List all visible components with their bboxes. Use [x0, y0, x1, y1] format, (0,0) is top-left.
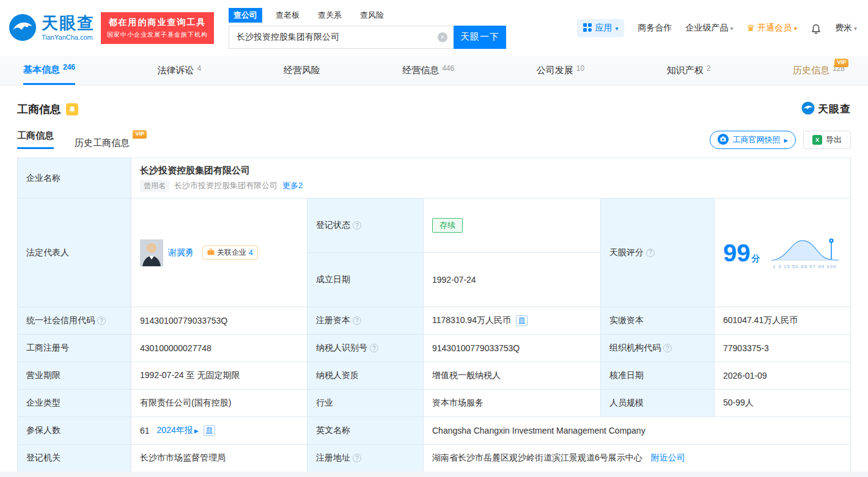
- label-text: 人员规模: [609, 398, 644, 409]
- insured-detail-icon[interactable]: 皿: [204, 425, 215, 436]
- chevron-down-icon: ▾: [854, 25, 857, 32]
- subtab-history-business-info[interactable]: 历史工商信息 VIP: [75, 137, 130, 149]
- menu-open-vip[interactable]: ♛ 开通会员 ▾: [746, 23, 796, 34]
- annual-report-link[interactable]: 2024年报 ▸: [157, 425, 199, 436]
- subtab-business-info[interactable]: 工商信息: [17, 130, 54, 149]
- export-button[interactable]: X 导出: [803, 131, 851, 149]
- search-tab-company[interactable]: 查公司: [229, 8, 262, 23]
- label-text: 营业期限: [26, 370, 61, 381]
- apps-menu[interactable]: 应用 ▾: [577, 19, 624, 37]
- value-text: 430100000027748: [140, 343, 211, 353]
- help-icon[interactable]: ?: [663, 344, 672, 352]
- label-text: 成立日期: [316, 274, 350, 285]
- field-label-score: 天眼评分 ?: [601, 198, 715, 307]
- clear-search-icon[interactable]: ✕: [438, 32, 447, 42]
- table-row: 企业类型 有限责任公司(国有控股) 行业 资本市场服务 人员规模 50-99人: [18, 390, 850, 417]
- menu-enterprise-products[interactable]: 企业级产品 ▾: [685, 23, 733, 34]
- tab-label: 历史信息: [793, 65, 829, 76]
- briefcase-icon: [207, 249, 215, 257]
- label-text: 核准日期: [609, 370, 644, 381]
- field-value-paid-capital: 601047.41万人民币: [715, 307, 850, 334]
- help-icon[interactable]: ?: [353, 221, 361, 230]
- search-tab-boss[interactable]: 查老板: [271, 8, 304, 23]
- former-name: 长沙市投资控股集团有限公司: [174, 180, 278, 191]
- camera-icon: [718, 134, 729, 147]
- table-row: 工商注册号 430100000027748 纳税人识别号 ? 914301007…: [18, 335, 850, 362]
- search-row: ✕ 天眼一下: [229, 26, 506, 49]
- user-menu[interactable]: 费米 ▾: [835, 23, 857, 34]
- promo-badge: 都在用的商业查询工具 国家中小企业发展子基金旗下机构: [101, 12, 214, 44]
- help-icon[interactable]: ?: [353, 454, 361, 462]
- tab-count: 4: [197, 64, 202, 73]
- label-text: 纳税人识别号: [316, 343, 367, 354]
- chevron-down-icon: ▾: [615, 25, 618, 32]
- tab-intellectual-property[interactable]: 知识产权 2: [667, 56, 711, 85]
- search-input[interactable]: [229, 26, 454, 49]
- arrow-right-icon: ▸: [194, 426, 199, 435]
- more-former-names-link[interactable]: 更多2: [282, 180, 303, 191]
- legal-rep-avatar[interactable]: [140, 239, 163, 266]
- help-icon[interactable]: ?: [97, 316, 106, 325]
- tab-count: 2: [707, 64, 711, 73]
- search-tab-risk[interactable]: 查风险: [355, 8, 389, 23]
- label-text: 登记状态: [316, 220, 350, 231]
- tab-count: 10: [576, 64, 584, 73]
- subtab-label: 历史工商信息: [75, 137, 130, 148]
- label-text: 纳税人资质: [316, 370, 359, 381]
- field-label-est-date: 成立日期: [307, 253, 424, 307]
- help-icon[interactable]: ?: [370, 344, 378, 352]
- tab-operation-risk[interactable]: 经营风险: [284, 56, 320, 85]
- tab-label: 知识产权: [667, 65, 704, 76]
- field-label-staff-size: 人员规模: [601, 390, 715, 417]
- tab-label: 经营风险: [284, 65, 320, 76]
- field-label-credit-code: 统一社会信用代码 ?: [18, 307, 131, 334]
- section-header: 工商信息 天眼查: [17, 101, 851, 117]
- label-text: 天眼评分: [609, 247, 644, 258]
- related-companies-tag[interactable]: 关联企业 4: [202, 246, 258, 260]
- help-icon[interactable]: ?: [646, 249, 655, 257]
- value-text: 1178310.94万人民币: [432, 315, 511, 326]
- tab-legal-litigation[interactable]: 法律诉讼 4: [158, 56, 202, 85]
- value-text: 长沙市市场监督管理局: [140, 453, 226, 464]
- field-value-authority: 长沙市市场监督管理局: [131, 445, 307, 472]
- related-count: 4: [249, 249, 253, 257]
- legal-rep-name-link[interactable]: 谢冀勇: [168, 247, 194, 258]
- table-row: 企业名称 长沙投资控股集团有限公司 曾用名 长沙市投资控股集团有限公司 更多2: [18, 158, 850, 198]
- tab-operation-info[interactable]: 经营信息 446: [402, 56, 454, 85]
- search-tab-relation[interactable]: 查关系: [313, 8, 347, 23]
- value-text: 50-99人: [723, 398, 754, 409]
- table-row: 登记机关 长沙市市场监督管理局 注册地址 ? 湖南省长沙市岳麓区观沙岭街道滨江景…: [18, 445, 850, 472]
- help-icon[interactable]: ?: [353, 316, 361, 325]
- tab-count: 246: [63, 63, 75, 71]
- menu-business-cooperation[interactable]: 商务合作: [638, 23, 672, 34]
- value-text: 2026-01-09: [723, 371, 767, 381]
- monitor-bell-icon[interactable]: [66, 103, 78, 115]
- official-snapshot-button[interactable]: 工商官网快照 ▸: [710, 131, 796, 149]
- field-value-tax-quality: 增值税一般纳税人: [424, 362, 601, 389]
- value-text: 91430100779033753Q: [432, 343, 520, 353]
- export-label: 导出: [826, 134, 842, 145]
- tab-company-development[interactable]: 公司发展 10: [537, 56, 584, 85]
- watermark-text: 天眼查: [818, 102, 851, 116]
- nearby-companies-link[interactable]: 附近公司: [651, 453, 685, 464]
- status-date-stack: 登记状态 ? 存续 成立日期 1992-07-24: [307, 198, 601, 307]
- tab-basic-info[interactable]: 基本信息 246: [23, 56, 75, 85]
- tianyancha-logo[interactable]: 天眼查 TianYanCha.com: [9, 13, 95, 43]
- vip-badge: VIP: [133, 130, 147, 139]
- field-label-reg-no: 工商注册号: [18, 335, 131, 362]
- search-button[interactable]: 天眼一下: [454, 26, 506, 49]
- score-number: 99分: [723, 241, 760, 265]
- logo-eye-icon: [9, 13, 37, 43]
- apps-label: 应用: [595, 23, 612, 34]
- field-label-paid-capital: 实缴资本: [601, 307, 715, 334]
- value-text: 有限责任公司(国有控股): [140, 398, 231, 409]
- field-label-company-name: 企业名称: [18, 158, 131, 198]
- field-value-company-name: 长沙投资控股集团有限公司 曾用名 长沙市投资控股集团有限公司 更多2: [131, 158, 850, 198]
- notification-bell-icon[interactable]: [811, 23, 822, 34]
- tab-history-info[interactable]: VIP 历史信息 128: [793, 56, 845, 85]
- crown-icon: ♛: [746, 23, 754, 34]
- capital-structure-icon[interactable]: 皿: [516, 315, 528, 326]
- table-row: 参保人数 61 2024年报 ▸ 皿 英文名称 Changsha Changxi…: [18, 417, 850, 445]
- top-header: 天眼查 TianYanCha.com 都在用的商业查询工具 国家中小企业发展子基…: [0, 0, 868, 56]
- field-value-score: 99分 1 3 15 50 85 97 99 100: [715, 198, 850, 307]
